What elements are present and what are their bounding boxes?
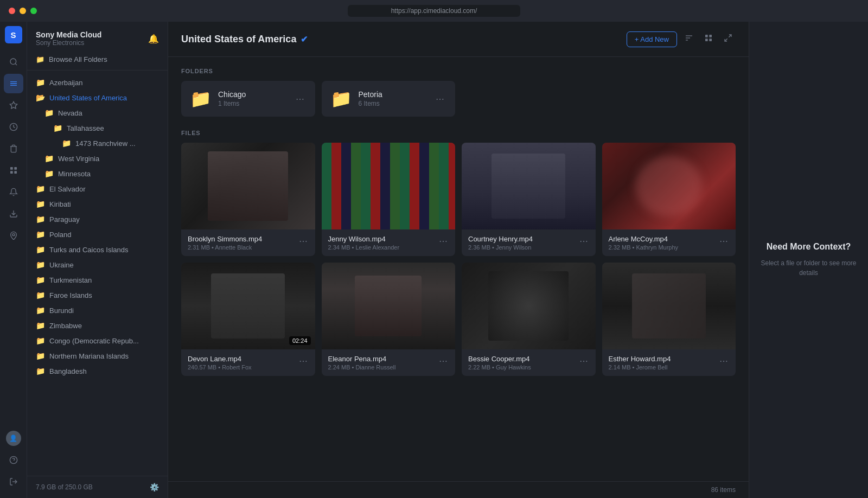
notification-bell-icon[interactable]: 🔔 [148,34,159,44]
folder-menu-icon[interactable]: ⋯ [433,92,446,106]
sidebar-item-northern-mariana[interactable]: 📁 Northern Mariana Islands [27,348,168,363]
folder-icon: 📁 [36,215,45,224]
sidebar-footer: 7.9 GB of 250.0 GB ⚙️ [27,476,168,498]
svg-rect-6 [14,171,17,174]
sidebar-item-poland[interactable]: 📁 Poland [27,227,168,242]
expand-button[interactable] [720,30,736,48]
file-details: Eleanor Pena.mp4 2.24 MB • Dianne Russel… [328,355,396,371]
sidebar-icon-browse[interactable] [4,74,23,93]
app-container: S 👤 [0,22,868,498]
file-card-courtney[interactable]: Courtney Henry.mp4 2.36 MB • Jenny Wilso… [462,143,596,256]
folder-icon: 📁 [36,321,45,330]
sidebar-item-label: Paraguay [49,215,80,224]
file-meta: 2.24 MB • Dianne Russell [328,364,396,371]
browse-all-folders[interactable]: 📁 Browse All Folders [27,51,168,71]
folder-icon: 📁 [44,154,54,163]
file-card-bessie[interactable]: Bessie Cooper.mp4 2.22 MB • Guy Hawkins … [462,263,596,376]
file-name: Esther Howard.mp4 [609,355,671,363]
sidebar-icon-star[interactable] [4,95,23,115]
folder-icon: 📁 [36,245,45,254]
minimize-dot[interactable] [20,8,26,14]
folder-icon: 📁 [36,336,45,345]
header-actions: + Add New [627,30,736,48]
file-card-devon[interactable]: 02:24 Devon Lane.mp4 240.57 MB • Robert … [181,263,315,376]
sidebar-item-label: Kiribati [49,200,71,208]
sidebar-item-paraguay[interactable]: 📁 Paraguay [27,212,168,227]
sidebar-item-tallahassee[interactable]: 📁 Tallahassee [27,120,168,136]
folder-card-petoria[interactable]: 📁 Petoria 6 Items ⋯ [322,81,456,117]
sidebar-item-1473-ranchview[interactable]: 📁 1473 Ranchview ... [27,136,168,151]
file-menu-icon[interactable]: ⋯ [718,355,729,367]
file-name: Devon Lane.mp4 [188,355,252,363]
main-header: United States of America ✔ + Add New [168,22,749,57]
sidebar-icon-trash[interactable] [4,139,23,158]
sidebar-item-united-states[interactable]: 📂 United States of America [27,90,168,105]
settings-gear-icon[interactable]: ⚙️ [150,483,159,491]
file-meta: 2.31 MB • Annette Black [188,244,262,251]
sidebar-item-faroe-islands[interactable]: 📁 Faroe Islands [27,288,168,303]
svg-marker-1 [10,101,17,108]
page-title-text: United States of America [181,34,296,45]
file-menu-icon[interactable]: ⋯ [298,235,309,247]
file-thumbnail [322,263,456,349]
folder-icon: 📁 [36,276,45,284]
file-info: Bessie Cooper.mp4 2.22 MB • Guy Hawkins … [462,349,596,376]
sidebar-icon-bell[interactable] [4,182,23,202]
sidebar-item-azerbaijan[interactable]: 📁 Azerbaijan [27,75,168,90]
file-card-eleanor[interactable]: Eleanor Pena.mp4 2.24 MB • Dianne Russel… [322,263,456,376]
sidebar-item-burundi[interactable]: 📁 Burundi [27,303,168,318]
sidebar-item-turks-caicos[interactable]: 📁 Turks and Caicos Islands [27,242,168,257]
sidebar-icon-signout[interactable] [4,472,23,491]
folder-icon: 📂 [36,93,45,102]
sidebar-icon-user-avatar[interactable]: 👤 [4,429,23,448]
sidebar-item-west-virginia[interactable]: 📁 West Virginia [27,151,168,166]
sidebar-item-kiribati[interactable]: 📁 Kiribati [27,196,168,212]
sort-button[interactable] [681,30,697,48]
file-menu-icon[interactable]: ⋯ [718,235,729,247]
maximize-dot[interactable] [30,8,37,14]
svg-line-19 [729,35,731,37]
sidebar-item-label: West Virginia [58,155,99,163]
folder-menu-icon[interactable]: ⋯ [293,92,307,106]
file-thumbnail: 02:24 [181,263,315,349]
svg-rect-17 [705,39,708,41]
sidebar-item-el-salvador[interactable]: 📁 El Salvador [27,181,168,196]
svg-point-8 [12,234,15,236]
sidebar-item-label: Zimbabwe [49,322,82,330]
file-menu-icon[interactable]: ⋯ [298,355,309,367]
file-menu-icon[interactable]: ⋯ [438,355,449,367]
sidebar-icon-help[interactable] [4,450,23,470]
close-dot[interactable] [9,8,15,14]
sidebar-icon-location[interactable] [4,226,23,245]
file-card-brooklyn[interactable]: Brooklyn Simmons.mp4 2.31 MB • Annette B… [181,143,315,256]
file-details: Esther Howard.mp4 2.14 MB • Jerome Bell [609,355,671,371]
folder-card-chicago[interactable]: 📁 Chicago 1 Items ⋯ [181,81,315,117]
file-card-arlene[interactable]: Arlene McCoy.mp4 2.32 MB • Kathryn Murph… [602,143,736,256]
sidebar-icon-history[interactable] [4,117,23,137]
sidebar-item-ukraine[interactable]: 📁 Ukraine [27,257,168,272]
file-card-jenny[interactable]: Jenny Wilson.mp4 2.34 MB • Leslie Alexan… [322,143,456,256]
sidebar-item-label: 1473 Ranchview ... [75,139,136,148]
page-title: United States of America ✔ [181,34,308,45]
sidebar-icon-download[interactable] [4,204,23,224]
verified-icon: ✔ [301,34,308,44]
file-details: Arlene McCoy.mp4 2.32 MB • Kathryn Murph… [609,235,679,251]
sidebar-icon-search[interactable] [4,52,23,72]
sidebar-item-nevada[interactable]: 📁 Nevada [27,105,168,120]
sidebar-item-minnesota[interactable]: 📁 Minnesota [27,166,168,181]
sidebar-item-label: Poland [49,231,71,239]
add-new-button[interactable]: + Add New [627,31,677,47]
sidebar-item-turkmenistan[interactable]: 📁 Turkmenistan [27,272,168,288]
sidebar-icon-apps[interactable] [4,161,23,180]
file-name: Courtney Henry.mp4 [468,235,533,243]
sidebar-item-zimbabwe[interactable]: 📁 Zimbabwe [27,318,168,333]
url-bar[interactable]: https://app.cimediacloud.com/ [348,5,521,17]
file-menu-icon[interactable]: ⋯ [578,355,589,367]
file-menu-icon[interactable]: ⋯ [578,235,589,247]
grid-view-button[interactable] [701,30,716,48]
sidebar-item-bangladesh[interactable]: 📁 Bangladesh [27,363,168,379]
sidebar-item-label: Faroe Islands [49,291,92,299]
file-menu-icon[interactable]: ⋯ [438,235,449,247]
sidebar-item-congo[interactable]: 📁 Congo (Democratic Repub... [27,333,168,348]
file-card-esther[interactable]: Esther Howard.mp4 2.14 MB • Jerome Bell … [602,263,736,376]
